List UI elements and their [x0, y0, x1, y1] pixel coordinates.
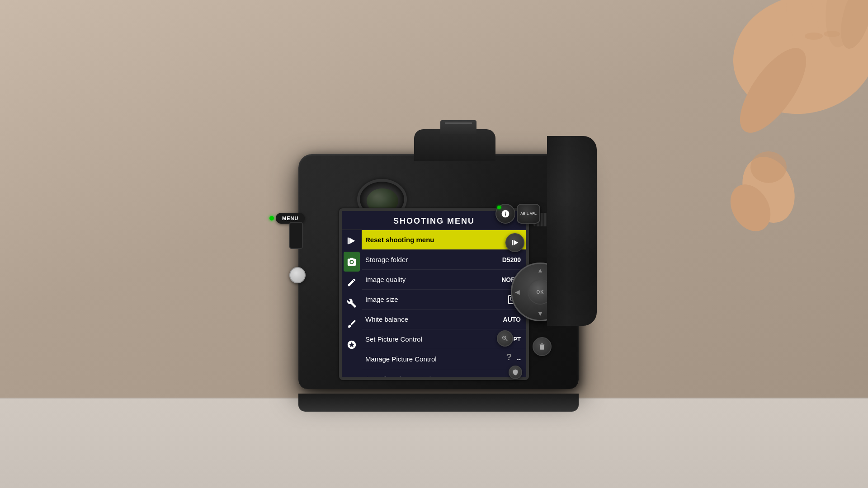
ael-label: AE-L AFL [520, 211, 537, 216]
svg-point-6 [823, 0, 859, 49]
star-icon [347, 340, 357, 350]
hot-shoe [440, 120, 476, 134]
menu-content: Reset shooting menu -- Storage folder D5… [342, 230, 526, 380]
menu-item-white-balance[interactable]: White balance AUTO [362, 310, 526, 329]
playback-icon [347, 236, 357, 246]
menu-item-storage[interactable]: Storage folder D5200 [362, 250, 526, 270]
nav-up-arrow: ▲ [537, 267, 543, 274]
svg-point-14 [750, 151, 787, 183]
icon-playback [344, 231, 360, 251]
nav-down-arrow: ▼ [537, 310, 543, 317]
picture-control-label: Set Picture Control [365, 335, 422, 343]
menu-item-image-size[interactable]: Image size [362, 290, 526, 310]
camera-main: MENU SHOOTING MENU [298, 154, 579, 389]
strap-lug-left [289, 222, 303, 249]
brush-icon [347, 319, 357, 329]
svg-point-8 [780, 0, 825, 55]
wrench-icon [347, 298, 357, 308]
hand-overlay [552, 0, 868, 294]
lcd-screen: SHOOTING MENU [339, 208, 529, 380]
svg-point-4 [720, 0, 868, 130]
menu-items-list: Reset shooting menu -- Storage folder D5… [362, 230, 526, 380]
menu-item-auto-distortion[interactable]: Auto distortion control OFF [362, 369, 526, 380]
manage-picture-value: -- [517, 356, 521, 363]
delete-button[interactable] [533, 337, 552, 356]
auto-distortion-label: Auto distortion control [365, 375, 431, 380]
menu-item-image-quality[interactable]: Image quality NORM [362, 270, 526, 290]
icon-custom [344, 272, 360, 292]
svg-point-12 [734, 150, 804, 230]
svg-point-11 [824, 31, 840, 37]
menu-item-reset[interactable]: Reset shooting menu -- [362, 230, 526, 250]
camera-bottom [298, 394, 579, 412]
svg-marker-3 [514, 240, 519, 245]
viewfinder-hump [414, 129, 495, 161]
icon-camera [344, 252, 360, 272]
pencil-icon [347, 277, 357, 287]
menu-icons [342, 230, 362, 380]
reset-label: Reset shooting menu [365, 236, 434, 244]
zoom-in-button[interactable] [497, 330, 513, 347]
info-button[interactable] [495, 204, 515, 224]
camera-icon [347, 257, 357, 267]
svg-point-5 [804, 0, 842, 51]
storage-label: Storage folder [365, 256, 408, 263]
camera-body: MENU SHOOTING MENU [271, 118, 597, 398]
ael-button[interactable]: AE-L AFL [517, 204, 540, 224]
protect-button[interactable] [509, 366, 522, 379]
hand-svg [552, 0, 868, 294]
white-circle-button[interactable] [289, 267, 306, 283]
help-button[interactable]: ? [506, 352, 512, 362]
image-size-label: Image size [365, 296, 398, 303]
svg-marker-0 [349, 238, 355, 244]
camera-grip [547, 136, 597, 326]
playback-button[interactable] [505, 233, 524, 252]
icon-mymenu [344, 335, 360, 355]
svg-rect-2 [512, 240, 513, 245]
info-icon [501, 209, 510, 218]
nav-left-arrow: ◀ [515, 288, 520, 296]
protect-icon [512, 369, 519, 375]
menu-item-manage-picture[interactable]: Manage Picture Control -- [362, 349, 526, 369]
white-balance-label: White balance [365, 315, 408, 323]
svg-point-7 [835, 0, 868, 52]
svg-point-13 [722, 177, 778, 238]
svg-point-9 [728, 38, 818, 143]
zoom-icon [501, 335, 509, 342]
icon-retouch [344, 314, 360, 334]
icon-setup [344, 293, 360, 313]
manage-picture-label: Manage Picture Control [365, 355, 437, 363]
menu-title: SHOOTING MENU [393, 216, 475, 225]
svg-rect-1 [348, 238, 349, 244]
svg-point-10 [805, 33, 823, 40]
image-quality-label: Image quality [365, 276, 406, 283]
delete-icon [538, 343, 546, 351]
ok-label: OK [537, 290, 544, 295]
playback-button-icon [511, 239, 519, 247]
scene: MENU SHOOTING MENU [0, 0, 868, 488]
